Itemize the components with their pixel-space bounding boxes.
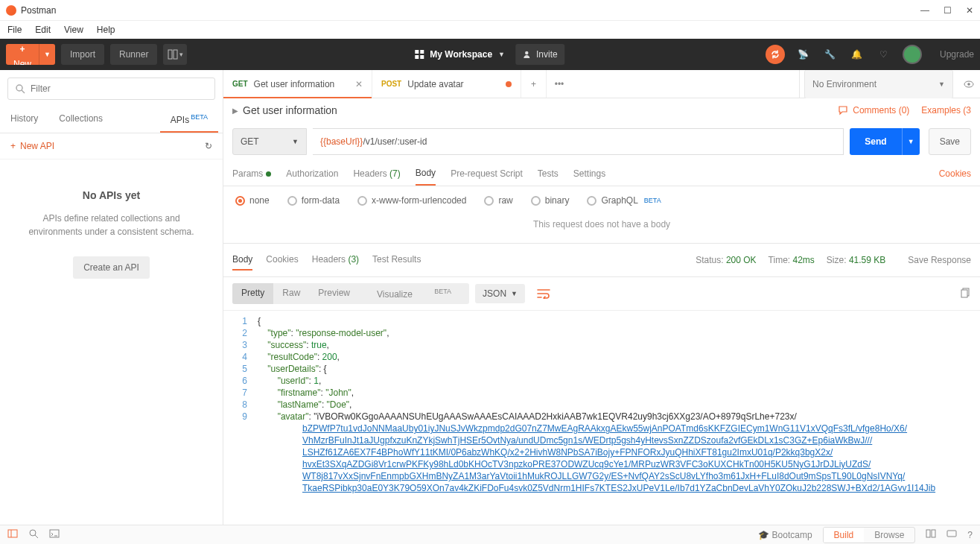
body-type-raw[interactable]: raw: [484, 195, 512, 206]
examples-button[interactable]: Examples (3: [921, 105, 971, 116]
window-layout-icon: [168, 49, 178, 60]
svg-point-11: [30, 530, 36, 536]
bell-icon[interactable]: 🔔: [849, 46, 865, 63]
keyboard-shortcuts-icon[interactable]: [946, 528, 957, 541]
url-input[interactable]: {{baseUrl}}/v1/user/:user-id: [313, 128, 844, 155]
send-dropdown-caret-icon[interactable]: ▼: [902, 128, 920, 155]
view-preview[interactable]: Preview: [309, 283, 359, 304]
environment-select[interactable]: No Environment ▼: [804, 70, 953, 98]
search-icon: [15, 83, 25, 96]
empty-title: No APIs yet: [83, 189, 140, 201]
statusbar: 🎓 Bootcamp Build Browse ?: [0, 525, 980, 544]
req-tab-body[interactable]: Body: [416, 162, 436, 186]
status-label: Status: 200 OK: [696, 255, 756, 265]
new-button[interactable]: +New ▼: [6, 44, 55, 65]
wrench-icon[interactable]: 🔧: [822, 46, 839, 63]
wrap-lines-button[interactable]: [532, 283, 555, 304]
import-button[interactable]: Import: [61, 44, 104, 65]
copy-response-icon[interactable]: [961, 288, 971, 300]
resp-tab-tests[interactable]: Test Results: [372, 250, 421, 271]
sidebar-tab-apis[interactable]: APIsBETA: [160, 107, 218, 133]
two-pane-icon[interactable]: [926, 528, 936, 541]
menu-view[interactable]: View: [64, 25, 83, 35]
sidebar-toggle-icon[interactable]: [7, 528, 18, 541]
resp-tab-cookies[interactable]: Cookies: [266, 250, 298, 271]
toolbar: +New ▼ Import Runner ▾ My Workspace ▼ In…: [0, 39, 980, 70]
req-tab-tests[interactable]: Tests: [538, 162, 559, 185]
create-api-button[interactable]: Create an API: [73, 256, 150, 279]
view-raw[interactable]: Raw: [273, 283, 309, 304]
menu-help[interactable]: Help: [97, 25, 115, 35]
tab-label: Get user information: [254, 79, 335, 89]
main-panel: GET Get user information ✕ POST Update a…: [223, 70, 980, 525]
cookies-link[interactable]: Cookies: [939, 168, 971, 179]
bootcamp-button[interactable]: 🎓 Bootcamp: [758, 530, 812, 540]
resp-tab-headers[interactable]: Headers (3): [312, 250, 359, 271]
body-type-urlencoded[interactable]: x-www-form-urlencoded: [357, 195, 466, 206]
req-tab-settings[interactable]: Settings: [573, 162, 605, 185]
comments-button[interactable]: Comments (0): [838, 105, 909, 116]
satellite-icon[interactable]: 📡: [795, 46, 812, 63]
collapse-arrow-icon[interactable]: ▶: [232, 107, 238, 115]
menu-edit[interactable]: Edit: [35, 25, 51, 35]
save-button[interactable]: Save: [929, 128, 971, 155]
heart-icon[interactable]: ♡: [876, 46, 892, 63]
method-select[interactable]: GET▼: [232, 128, 307, 155]
response-body-viewer[interactable]: 1{2 "type": "response-model-user",3 "suc…: [223, 311, 980, 494]
sidebar-tab-collections[interactable]: Collections: [48, 107, 113, 133]
tab-label: Update avatar: [407, 79, 463, 89]
window-minimize-icon[interactable]: —: [920, 6, 929, 15]
body-type-graphql[interactable]: GraphQLBETA: [587, 195, 661, 206]
close-icon[interactable]: ✕: [355, 79, 363, 89]
window-close-icon[interactable]: ✕: [965, 6, 974, 15]
body-type-none[interactable]: none: [235, 195, 270, 206]
refresh-icon[interactable]: ↻: [205, 141, 212, 151]
runner-button[interactable]: Runner: [110, 44, 157, 65]
req-tab-auth[interactable]: Authorization: [286, 162, 338, 185]
user-plus-icon: [523, 50, 532, 59]
method-badge: GET: [232, 80, 248, 88]
environment-quicklook-icon[interactable]: [958, 78, 980, 90]
send-button[interactable]: Send ▼: [850, 128, 919, 155]
browse-button[interactable]: Browse: [864, 528, 914, 543]
sync-button[interactable]: [766, 45, 785, 64]
new-dropdown-caret-icon[interactable]: ▼: [39, 44, 55, 65]
req-tab-params[interactable]: Params: [232, 162, 271, 185]
window-maximize-icon[interactable]: ☐: [943, 6, 952, 15]
find-icon[interactable]: [28, 528, 39, 541]
comment-icon: [838, 105, 848, 116]
request-tab-2[interactable]: POST Update avatar: [372, 70, 521, 98]
workspace-switcher[interactable]: My Workspace ▼: [415, 49, 505, 60]
window-layout-button[interactable]: ▾: [163, 44, 187, 65]
svg-point-2: [525, 51, 528, 54]
app-title: Postman: [21, 5, 56, 16]
invite-button[interactable]: Invite: [515, 44, 565, 65]
tab-overflow-button[interactable]: •••: [547, 70, 572, 98]
upgrade-button[interactable]: Upgrade: [940, 49, 974, 60]
format-select[interactable]: JSON▼: [475, 284, 525, 303]
svg-point-3: [16, 85, 22, 91]
new-label: New: [13, 59, 31, 65]
console-icon[interactable]: [49, 528, 60, 541]
req-tab-prereq[interactable]: Pre-request Script: [451, 162, 523, 185]
save-response-button[interactable]: Save Response: [908, 255, 971, 265]
svg-rect-0: [168, 50, 172, 59]
view-pretty[interactable]: Pretty: [232, 283, 273, 304]
new-api-button[interactable]: +New API: [10, 141, 54, 151]
caret-down-icon: ▼: [498, 51, 505, 58]
body-type-formdata[interactable]: form-data: [287, 195, 340, 206]
new-tab-button[interactable]: +: [521, 70, 547, 98]
filter-input[interactable]: [7, 78, 215, 100]
help-icon[interactable]: ?: [967, 530, 973, 540]
sidebar-tab-history[interactable]: History: [0, 107, 48, 133]
body-type-binary[interactable]: binary: [531, 195, 570, 206]
no-body-message: This request does not have a body: [223, 215, 980, 244]
build-button[interactable]: Build: [824, 528, 865, 543]
resp-tab-body[interactable]: Body: [232, 250, 252, 271]
empty-desc: APIs define related collections and envi…: [18, 212, 205, 238]
view-visualize[interactable]: Visualize BETA: [359, 283, 469, 304]
req-tab-headers[interactable]: Headers (7): [353, 162, 400, 185]
request-tab-1[interactable]: GET Get user information ✕: [223, 70, 372, 98]
user-avatar[interactable]: [903, 45, 922, 64]
menu-file[interactable]: File: [7, 25, 22, 35]
